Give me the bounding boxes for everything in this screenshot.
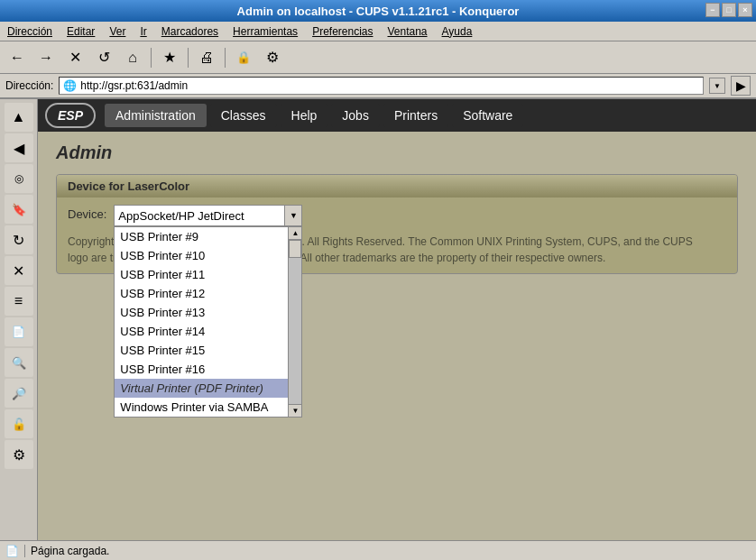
nav-administration[interactable]: Administration [105,104,207,127]
back-button[interactable]: ← [4,45,31,70]
close-button[interactable]: × [738,3,752,17]
dropdown-container: USB Printer #9 USB Printer #10 USB Print… [114,226,302,418]
dropdown-scrollbar: ▲ ▼ [288,226,302,418]
sidebar-bookmark-button[interactable]: 🔖 [5,195,33,224]
status-bar: 📄 Página cargada. [0,540,756,560]
sidebar-zoom-out-button[interactable]: 🔎 [5,379,33,408]
window-controls[interactable]: − □ × [705,3,752,17]
menu-editar[interactable]: Editar [63,24,98,39]
dropdown-item-virtual-pdf[interactable]: Virtual Printer (PDF Printer) [115,379,288,398]
print-button[interactable]: 🖨 [193,45,220,70]
sidebar-menu-button[interactable]: ≡ [5,287,33,316]
dropdown-item-usb15[interactable]: USB Printer #15 [115,341,288,360]
page-title: Admin [56,142,738,163]
dropdown-item-usb10[interactable]: USB Printer #10 [115,246,288,265]
status-text: Página cargada. [31,545,109,557]
maximize-button[interactable]: □ [722,3,736,17]
address-input[interactable] [80,79,699,92]
sidebar-gear-button[interactable]: ⚙ [5,440,33,469]
sidebar-zoom-in-button[interactable]: 🔍 [5,348,33,377]
scroll-up-arrow[interactable]: ▲ [289,227,301,240]
status-icon: 📄 [5,545,19,557]
nav-classes[interactable]: Classes [210,104,277,127]
esp-logo: ESP [45,103,96,128]
title-bar: Admin on localhost - CUPS v1.1.21rc1 - K… [0,0,756,22]
dropdown-item-usb13[interactable]: USB Printer #13 [115,303,288,322]
minimize-button[interactable]: − [705,3,720,17]
nav-help[interactable]: Help [281,104,328,127]
status-separator [24,545,25,557]
menu-herramientas[interactable]: Herramientas [229,24,301,39]
device-body: Device: AppSocket/HP JetDirect ▼ USB Pri… [57,197,737,273]
sidebar-circle-button[interactable]: ◎ [5,164,33,193]
main-layout: ▲ ◀ ◎ 🔖 ↻ ✕ ≡ 📄 🔍 🔎 🔓 ⚙ ESP Administrati… [0,99,756,540]
menu-bar: Dirección Editar Ver Ir Marcadores Herra… [0,22,756,41]
device-select-display[interactable]: AppSocket/HP JetDirect [114,205,302,226]
dropdown-item-usb9[interactable]: USB Printer #9 [115,227,288,246]
forward-button[interactable]: → [32,45,60,70]
security-button[interactable]: 🔒 [230,45,257,70]
content-area: ESP Administration Classes Help Jobs Pri… [38,99,756,540]
sidebar-back-button[interactable]: ◀ [5,133,33,162]
address-bar: Dirección: 🌐 ▼ ▶ [0,74,756,99]
toolbar-separator-3 [225,48,226,68]
sidebar-reload-button[interactable]: ↻ [5,225,33,254]
toolbar: ← → ✕ ↺ ⌂ ★ 🖨 🔒 ⚙ [0,41,756,74]
scroll-track[interactable] [289,240,301,404]
sidebar-lock-button[interactable]: 🔓 [5,409,33,438]
sidebar-close-button[interactable]: ✕ [5,256,33,285]
dropdown-item-usb11[interactable]: USB Printer #11 [115,265,288,284]
refresh-button[interactable]: ↺ [90,45,117,70]
device-selected-value: AppSocket/HP JetDirect [118,209,244,223]
device-row: Device: AppSocket/HP JetDirect ▼ USB Pri… [68,205,726,226]
toolbar-separator-1 [151,48,152,68]
address-label: Dirección: [5,79,53,92]
menu-ayuda[interactable]: Ayuda [438,24,476,39]
scroll-thumb[interactable] [289,240,301,258]
settings-button[interactable]: ⚙ [259,45,286,70]
nav-jobs[interactable]: Jobs [331,104,380,127]
dropdown-item-usb16[interactable]: USB Printer #16 [115,360,288,379]
page-content: Admin Device for LaserColor Device: AppS… [38,132,756,296]
menu-preferencias[interactable]: Preferencias [309,24,376,39]
sidebar: ▲ ◀ ◎ 🔖 ↻ ✕ ≡ 📄 🔍 🔎 🔓 ⚙ [0,99,38,540]
nav-printers[interactable]: Printers [383,104,448,127]
menu-ver[interactable]: Ver [106,24,129,39]
toolbar-separator-2 [188,48,189,68]
address-dropdown-button[interactable]: ▼ [709,78,725,94]
menu-ventana[interactable]: Ventana [384,24,431,39]
stop-button[interactable]: ✕ [61,45,88,70]
nav-software[interactable]: Software [452,104,523,127]
device-section: Device for LaserColor Device: AppSocket/… [56,174,738,274]
bookmark-button[interactable]: ★ [156,45,183,70]
dropdown-item-usb12[interactable]: USB Printer #12 [115,284,288,303]
device-label: Device: [68,205,106,221]
scroll-down-arrow[interactable]: ▼ [289,404,301,417]
address-icon: 🌐 [63,79,77,92]
dropdown-item-usb14[interactable]: USB Printer #14 [115,322,288,341]
device-select-wrapper: AppSocket/HP JetDirect ▼ USB Printer #9 … [114,205,302,226]
menu-ir[interactable]: Ir [136,24,150,39]
window-title: Admin on localhost - CUPS v1.1.21rc1 - K… [237,5,520,18]
menu-marcadores[interactable]: Marcadores [158,24,222,39]
menu-direccion[interactable]: Dirección [4,24,56,39]
address-input-wrapper: 🌐 [59,77,704,95]
nav-bar: ESP Administration Classes Help Jobs Pri… [38,99,756,132]
dropdown-item-windows-samba[interactable]: Windows Printer via SAMBA [115,398,288,417]
dropdown-items-list: USB Printer #9 USB Printer #10 USB Print… [114,226,288,418]
device-dropdown-arrow[interactable]: ▼ [284,205,302,226]
sidebar-page-button[interactable]: 📄 [5,317,33,346]
device-section-header: Device for LaserColor [57,175,737,197]
sidebar-up-button[interactable]: ▲ [5,103,33,132]
home-button[interactable]: ⌂ [119,45,146,70]
address-go-button[interactable]: ▶ [731,76,751,96]
